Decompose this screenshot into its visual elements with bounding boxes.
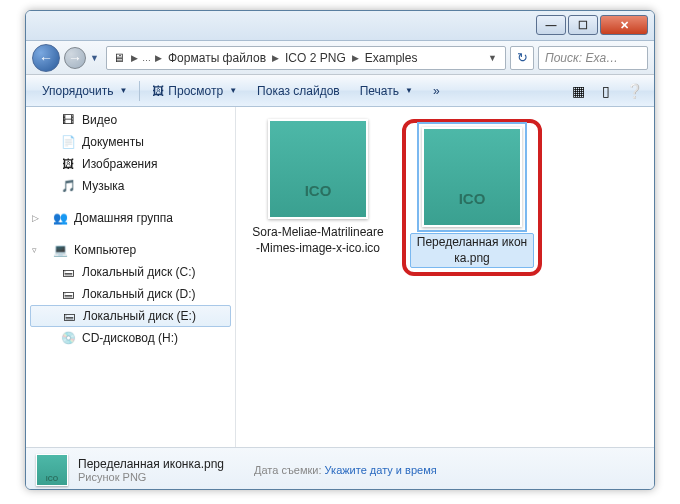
explorer-window: — ☐ ✕ ← → ▼ 🖥 ▶ … ▶ Форматы файлов ▶ ICO… [25,10,655,490]
refresh-button[interactable]: ↻ [510,46,534,70]
computer-icon: 🖥 [109,47,129,69]
breadcrumb[interactable]: 🖥 ▶ … ▶ Форматы файлов ▶ ICO 2 PNG ▶ Exa… [106,46,506,70]
details-pane: ICO Переделанная иконка.png Рисунок PNG … [26,447,654,490]
tree-item-images[interactable]: 🖼Изображения [26,153,235,175]
tree-item-cd-drive[interactable]: 💿CD-дисковод (H:) [26,327,235,349]
details-filename: Переделанная иконка.png [78,457,224,471]
chevron-right-icon: ▶ [153,53,164,63]
document-icon: 📄 [60,134,76,150]
navigation-pane[interactable]: 🎞Видео 📄Документы 🖼Изображения 🎵Музыка ▷… [26,107,236,447]
forward-button[interactable]: → [64,47,86,69]
more-button[interactable]: » [425,81,448,101]
details-date: Дата съемки: Укажите дату и время [254,464,437,476]
breadcrumb-item[interactable]: Examples [361,47,422,69]
maximize-button[interactable]: ☐ [568,15,598,35]
chevron-right-icon: ▶ [270,53,281,63]
chevron-down-icon: ▼ [229,86,237,95]
file-thumbnail: ICO [422,127,522,227]
cd-icon: 💿 [60,330,76,346]
file-list[interactable]: ICO Sora-Meliae-Matrilineare-Mimes-image… [236,107,654,447]
history-dropdown[interactable]: ▼ [90,53,102,63]
expand-icon[interactable]: ▷ [32,213,44,223]
help-button[interactable]: ❔ [622,79,646,103]
music-icon: 🎵 [60,178,76,194]
details-filetype: Рисунок PNG [78,471,224,483]
file-thumbnail: ICO [268,119,368,219]
breadcrumb-ellipsis[interactable]: … [140,53,153,63]
breadcrumb-dropdown[interactable]: ▼ [482,53,503,63]
titlebar: — ☐ ✕ [26,11,654,41]
preview-button[interactable]: 🖼 Просмотр▼ [144,81,245,101]
image-icon: 🖼 [60,156,76,172]
drive-icon: 🖴 [61,308,77,324]
tree-item-video[interactable]: 🎞Видео [26,109,235,131]
minimize-button[interactable]: — [536,15,566,35]
preview-pane-button[interactable]: ▯ [594,79,618,103]
tree-item-documents[interactable]: 📄Документы [26,131,235,153]
tree-item-drive-c[interactable]: 🖴Локальный диск (C:) [26,261,235,283]
collapse-icon[interactable]: ▿ [32,245,44,255]
back-button[interactable]: ← [32,44,60,72]
tree-item-drive-d[interactable]: 🖴Локальный диск (D:) [26,283,235,305]
window-controls: — ☐ ✕ [536,15,648,35]
file-name-label: Переделанная иконка.png [410,233,534,268]
body: 🎞Видео 📄Документы 🖼Изображения 🎵Музыка ▷… [26,107,654,447]
search-input[interactable]: Поиск: Exa… [538,46,648,70]
separator [139,81,140,101]
computer-icon: 💻 [52,242,68,258]
preview-icon: 🖼 [152,84,164,98]
details-thumbnail: ICO [36,454,68,486]
drive-icon: 🖴 [60,264,76,280]
tree-item-computer[interactable]: ▿💻Компьютер [26,239,235,261]
slideshow-button[interactable]: Показ слайдов [249,81,348,101]
close-button[interactable]: ✕ [600,15,648,35]
chevron-right-icon: ▶ [129,53,140,63]
drive-icon: 🖴 [60,286,76,302]
navbar: ← → ▼ 🖥 ▶ … ▶ Форматы файлов ▶ ICO 2 PNG… [26,41,654,75]
chevron-right-icon: ▶ [350,53,361,63]
print-button[interactable]: Печать▼ [352,81,421,101]
file-name-label: Sora-Meliae-Matrilineare-Mimes-image-x-i… [248,225,388,256]
view-options-button[interactable]: ▦ [566,79,590,103]
video-icon: 🎞 [60,112,76,128]
breadcrumb-item[interactable]: Форматы файлов [164,47,270,69]
tree-item-drive-e[interactable]: 🖴Локальный диск (E:) [30,305,231,327]
set-date-link[interactable]: Укажите дату и время [325,464,437,476]
details-info: Переделанная иконка.png Рисунок PNG [78,457,224,483]
tree-item-homegroup[interactable]: ▷👥Домашняя группа [26,207,235,229]
chevron-down-icon: ▼ [405,86,413,95]
breadcrumb-item[interactable]: ICO 2 PNG [281,47,350,69]
file-item-selected[interactable]: ICO Переделанная иконка.png [402,119,542,276]
chevron-down-icon: ▼ [119,86,127,95]
toolbar: Упорядочить▼ 🖼 Просмотр▼ Показ слайдов П… [26,75,654,107]
file-item[interactable]: ICO Sora-Meliae-Matrilineare-Mimes-image… [248,119,388,256]
tree-item-music[interactable]: 🎵Музыка [26,175,235,197]
organize-button[interactable]: Упорядочить▼ [34,81,135,101]
homegroup-icon: 👥 [52,210,68,226]
